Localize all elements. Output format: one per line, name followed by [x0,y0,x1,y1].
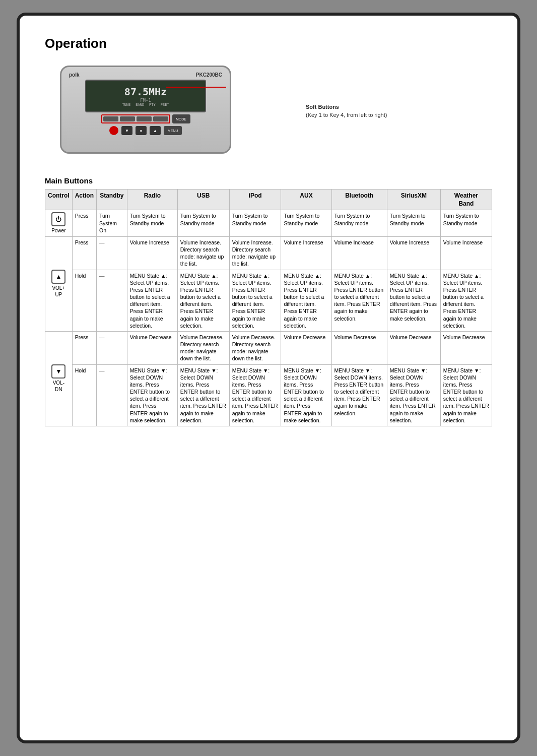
col-ipod: iPod [229,190,281,210]
col-radio: Radio [127,190,177,210]
device-image: polk PKC200BC 87.5MHz FM-1 TUNE BAND PTY… [45,60,287,161]
power-button[interactable] [109,126,118,135]
frequency-display: 87.5MHz [124,86,167,98]
brand-name: polk [69,72,80,78]
voldown-icon-box: ▼ [51,364,65,379]
wx-power: Turn System to Standby mode [440,210,492,237]
wx-voldn-press: Volume Decrease [440,331,492,364]
aux-power: Turn System to Standby mode [281,210,331,237]
down-button[interactable]: ▼ [121,126,132,135]
table-header-row: Control Action Standby Radio USB iPod AU… [45,190,492,210]
wx-volup-press: Volume Increase [440,236,492,270]
main-buttons-table: Control Action Standby Radio USB iPod AU… [45,189,492,426]
soft-btn-2[interactable] [120,116,135,121]
label-band: BAND [136,103,144,107]
ipod-volup-hold: MENU State ▲: Select UP items. Press ENT… [229,270,281,331]
label-pty: PTY [149,103,156,107]
radio-volup-hold: MENU State ▲: Select UP items. Press ENT… [127,270,177,331]
action-hold-voldn: Hold [72,364,96,426]
usb-volup-hold: MENU State ▲: Select UP items. Press ENT… [177,270,229,331]
soft-btn-3[interactable] [137,116,152,121]
action-press-power: Press [72,210,96,237]
sxm-voldn-press: Volume Decrease [387,331,440,364]
power-label: Power [48,227,70,234]
band-display: FM-1 [140,98,151,103]
action-hold-volup: Hold [72,270,96,331]
page-title: Operation [45,36,492,51]
screen-labels: TUNE BAND PTY PSET [122,103,169,107]
bt-volup-hold: MENU State ▲: Select UP items. Press ENT… [331,270,387,331]
soft-btn-4[interactable] [153,116,168,121]
bt-power: Turn System to Standby mode [331,210,387,237]
aux-volup-hold: MENU State ▲: Select UP items. Press ENT… [281,270,331,331]
standby-voldn-hold: — [97,364,127,426]
bottom-buttons-row: ▼ ● ▲ MENU [109,126,182,135]
col-standby: Standby [97,190,127,210]
action-press-volup: Press [72,236,96,270]
ipod-voldn-press: Volume Decrease. Directory search mode: … [229,331,281,364]
model-name: PKC200BC [196,72,222,78]
col-bluetooth: Bluetooth [331,190,387,210]
voldown-label: VOL-DN [48,380,70,393]
ipod-voldn-hold: MENU State ▼: Select DOWN items. Press E… [229,364,281,426]
label-pset: PSET [161,103,169,107]
sxm-volup-hold: MENU State ▲: Select UP items. Press ENT… [387,270,440,331]
device-area: polk PKC200BC 87.5MHz FM-1 TUNE BAND PTY… [45,60,492,161]
sxm-volup-press: Volume Increase [387,236,440,270]
action-press-voldn: Press [72,331,96,364]
table-row: ▲ VOL+UP Press — Volume Increase Volume … [45,236,492,270]
radio-voldn-hold: MENU State ▼: Select DOWN items. Press E… [127,364,177,426]
brand-bar: polk PKC200BC [66,72,225,80]
col-action: Action [72,190,96,210]
col-usb: USB [177,190,229,210]
volup-icon-box: ▲ [51,270,65,284]
aux-voldn-hold: MENU State ▼: Select DOWN items. Press E… [281,364,331,426]
table-row: Hold — MENU State ▼: Select DOWN items. … [45,364,492,426]
main-buttons-title: Main Buttons [45,176,492,185]
col-control: Control [45,190,73,210]
ipod-power: Turn System to Standby mode [229,210,281,237]
annotation-line [166,87,226,88]
label-tune: TUNE [122,103,130,107]
usb-volup-press: Volume Increase. Directory search mode: … [177,236,229,270]
table-row: Hold — MENU State ▲: Select UP items. Pr… [45,270,492,331]
radio-power: Turn System to Standby mode [127,210,177,237]
page-container: Operation polk PKC200BC 87.5MHz FM-1 TUN… [17,13,520,743]
device-body: polk PKC200BC 87.5MHz FM-1 TUNE BAND PTY… [60,66,231,154]
table-row: ⏻ Power Press Turn System On Turn System… [45,210,492,237]
sxm-voldn-hold: MENU State ▼: Select DOWN items. Press E… [387,364,440,426]
soft-buttons-label: Soft Buttons [306,104,339,110]
aux-voldn-press: Volume Decrease [281,331,331,364]
soft-btn-1[interactable] [103,116,118,121]
usb-power: Turn System to Standby mode [177,210,229,237]
standby-volup-hold: — [97,270,127,331]
wx-volup-hold: MENU State ▲: Select UP items. Press ENT… [440,270,492,331]
volup-label: VOL+UP [48,285,70,298]
col-weather: WeatherBand [440,190,492,210]
usb-voldn-press: Volume Decrease. Directory search mode: … [177,331,229,364]
power-icon-box: ⏻ [51,212,65,226]
voldown-control-cell: ▼ VOL-DN [45,331,73,426]
dot-button[interactable]: ● [136,126,147,135]
power-control-cell: ⏻ Power [45,210,73,237]
standby-voldn-press: — [97,331,127,364]
bt-voldn-hold: MENU State ▼: Select DOWN items. Press E… [331,364,387,426]
mode-button[interactable]: MODE [172,114,190,123]
sxm-power: Turn System to Standby mode [387,210,440,237]
menu-button[interactable]: MENU [164,126,182,135]
soft-buttons-annotation: Soft Buttons (Key 1 to Key 4, from left … [306,103,387,119]
volup-control-cell: ▲ VOL+UP [45,236,73,331]
standby-volup-press: — [97,236,127,270]
standby-power: Turn System On [97,210,127,237]
bt-volup-press: Volume Increase [331,236,387,270]
up-button[interactable]: ▲ [150,126,161,135]
radio-voldn-press: Volume Decrease [127,331,177,364]
bt-voldn-press: Volume Decrease [331,331,387,364]
aux-volup-press: Volume Increase [281,236,331,270]
radio-volup-press: Volume Increase [127,236,177,270]
soft-buttons-description: (Key 1 to Key 4, from left to right) [306,112,387,118]
ipod-volup-press: Volume Increase. Directory search mode: … [229,236,281,270]
usb-voldn-hold: MENU State ▼: Select DOWN items. Press E… [177,364,229,426]
col-aux: AUX [281,190,331,210]
col-siriusxm: SiriusXM [387,190,440,210]
